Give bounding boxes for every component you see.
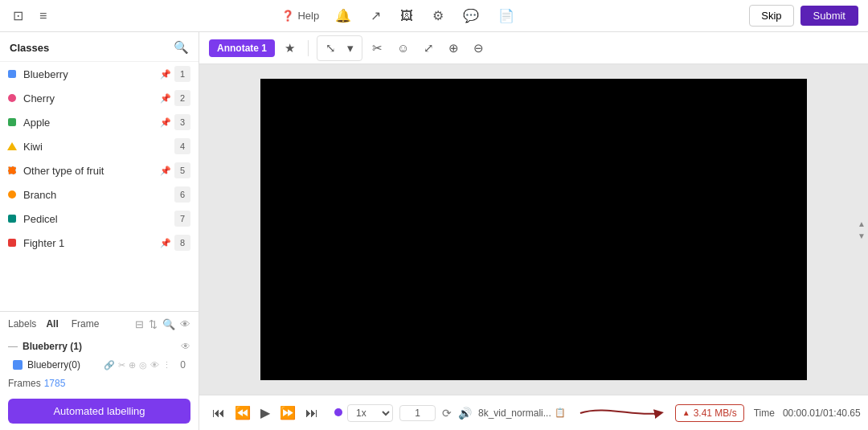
window-icon[interactable]: ⊡	[10, 5, 27, 27]
search-icon[interactable]: 🔍	[162, 318, 175, 330]
transform-tool[interactable]: ⤢	[419, 38, 439, 59]
sort-icon[interactable]: ⇅	[149, 318, 158, 330]
class-item-cherry[interactable]: Cherry 📌 2	[0, 86, 199, 110]
classes-title: Classes	[10, 42, 49, 54]
frames-row: Frames 1785	[0, 375, 199, 394]
skip-button[interactable]: Skip	[749, 5, 793, 27]
label-item-color	[13, 360, 23, 370]
pin-icon-blueberry: 📌	[160, 69, 171, 80]
next-frame-button[interactable]: ⏩	[276, 403, 299, 422]
settings-icon[interactable]: ⚙	[429, 5, 447, 27]
play-button[interactable]: ▶	[257, 403, 273, 422]
video-canvas: ▲ ▼	[199, 64, 868, 395]
class-item-kiwi[interactable]: Kiwi 4	[0, 134, 199, 158]
label-item-num: 0	[171, 359, 186, 371]
image-icon[interactable]: 🖼	[397, 6, 416, 27]
labels-tab-frame[interactable]: Frame	[68, 317, 103, 331]
canvas-area: Annotate 1 ★ ⤡ ▾ ✂ ☺ ⤢ ⊕ ⊖ ▲ ▼ ⏮ ⏪	[199, 32, 868, 430]
volume-icon[interactable]: 🔊	[458, 407, 472, 420]
filter-icon[interactable]: ⊟	[135, 318, 144, 330]
class-item-branch[interactable]: Branch 6	[0, 182, 199, 207]
class-color-branch	[6, 189, 18, 200]
copy-icon[interactable]: 📋	[555, 407, 566, 418]
labels-section: Labels All Frame ⊟ ⇅ 🔍 👁	[0, 311, 199, 334]
class-color-fighter1	[6, 237, 18, 248]
move-tool[interactable]: ⤡	[321, 38, 341, 59]
label-group-header: — Blueberry (1) 👁	[8, 338, 190, 355]
label-item-blueberry0[interactable]: Blueberry(0) 🔗 ✂ ⊕ ◎ 👁 ⋮ 0	[8, 356, 190, 374]
video-display	[260, 79, 807, 380]
help-button[interactable]: ❓ Help	[281, 10, 319, 22]
link-icon[interactable]: 🔗	[104, 360, 115, 371]
sync-icon[interactable]: ⟳	[442, 407, 452, 420]
zoom-in-tool[interactable]: ⊕	[444, 38, 464, 59]
annotate-button[interactable]: Annotate 1	[209, 39, 275, 57]
collapse-icon[interactable]: —	[8, 341, 18, 352]
pin-icon-cherry: 📌	[160, 93, 171, 104]
visibility-icon[interactable]: 👁	[150, 360, 159, 371]
toolbar-sep-1	[308, 40, 309, 56]
playback-controls: ⏮ ⏪ ▶ ⏩ ⏭	[209, 403, 321, 422]
minimize-icon[interactable]: ≡	[36, 6, 50, 27]
top-bar: ⊡ ≡ ❓ Help 🔔 ↗ 🖼 ⚙ 💬 📄 Skip Submit	[0, 0, 868, 32]
scissors-icon[interactable]: ✂	[118, 360, 125, 371]
share-icon[interactable]: ↗	[367, 5, 384, 27]
bandwidth-value: 3.41 MB/s	[694, 407, 737, 419]
eye-icon[interactable]: 👁	[180, 318, 190, 330]
zoom-out-tool[interactable]: ⊖	[469, 38, 489, 59]
arrow-annotation	[572, 401, 669, 425]
class-color-blueberry	[6, 68, 18, 80]
labels-title: Labels	[8, 318, 36, 330]
labels-header: Labels All Frame ⊟ ⇅ 🔍 👁	[8, 317, 190, 331]
class-item-blueberry[interactable]: Blueberry 📌 1	[0, 62, 199, 86]
move-dropdown[interactable]: ▾	[342, 38, 358, 59]
frames-label: Frames	[8, 378, 41, 389]
class-color-other	[6, 165, 18, 176]
sidebar: Classes 🔍 Blueberry 📌 1 Cherry 📌 2 Apple	[0, 32, 199, 430]
speed-selector[interactable]: 1x 2x 0.5x	[347, 404, 393, 422]
label-group-name: Blueberry (1)	[23, 341, 82, 352]
progress-indicator	[334, 408, 342, 416]
skip-start-button[interactable]: ⏮	[209, 404, 228, 422]
frame-input[interactable]	[399, 405, 436, 421]
class-item-apple[interactable]: Apple 📌 3	[0, 110, 199, 134]
chat-icon[interactable]: 💬	[460, 5, 482, 27]
label-group-eye-icon[interactable]: 👁	[181, 341, 190, 352]
add-icon[interactable]: ⊕	[129, 360, 136, 371]
main-area: Classes 🔍 Blueberry 📌 1 Cherry 📌 2 Apple	[0, 32, 868, 430]
time-info: Time 00:00.01/01:40.65	[754, 407, 861, 419]
more-icon[interactable]: ⋮	[162, 360, 171, 371]
class-item-fighter1[interactable]: Fighter 1 📌 8	[0, 231, 199, 255]
scroll-up-icon[interactable]: ▲	[858, 219, 866, 228]
class-item-other[interactable]: Other type of fruit 📌 5	[0, 158, 199, 182]
label-group-blueberry: — Blueberry (1) 👁 Blueberry(0) 🔗 ✂ ⊕ ◎ 👁…	[0, 334, 199, 375]
frames-num: 1785	[44, 378, 66, 389]
smiley-tool[interactable]: ☺	[392, 38, 414, 58]
skip-end-button[interactable]: ⏭	[302, 404, 321, 422]
submit-button[interactable]: Submit	[800, 6, 858, 26]
class-list: Blueberry 📌 1 Cherry 📌 2 Apple 📌 3	[0, 62, 199, 311]
class-color-pedicel	[6, 213, 18, 224]
pin-icon-apple: 📌	[160, 117, 171, 128]
labels-tab-all[interactable]: All	[43, 317, 61, 331]
class-item-pedicel[interactable]: Pedicel 7	[0, 207, 199, 231]
star-tool[interactable]: ★	[280, 38, 300, 59]
circle-icon[interactable]: ◎	[139, 360, 147, 371]
top-bar-left: ⊡ ≡	[10, 5, 50, 27]
label-item-name: Blueberry(0)	[27, 359, 104, 371]
classes-search-button[interactable]: 🔍	[174, 40, 189, 55]
pin-icon-fighter1: 📌	[160, 238, 171, 248]
scroll-down-icon[interactable]: ▼	[858, 231, 866, 240]
toolbar: Annotate 1 ★ ⤡ ▾ ✂ ☺ ⤢ ⊕ ⊖	[199, 32, 868, 64]
auto-label-button[interactable]: Automated labelling	[8, 399, 190, 424]
top-bar-icons: ❓ Help 🔔 ↗ 🖼 ⚙ 💬 📄	[281, 5, 518, 27]
document-icon[interactable]: 📄	[495, 5, 518, 27]
move-tool-group: ⤡ ▾	[317, 35, 362, 61]
bell-icon[interactable]: 🔔	[332, 5, 354, 27]
scroll-handle: ▲ ▼	[855, 219, 868, 240]
pin-icon-other: 📌	[160, 166, 171, 176]
cut-tool[interactable]: ✂	[367, 38, 387, 59]
prev-frame-button[interactable]: ⏪	[231, 403, 254, 422]
filename-display: 8k_vid_normali... 📋	[478, 407, 566, 419]
class-color-cherry	[6, 92, 18, 104]
